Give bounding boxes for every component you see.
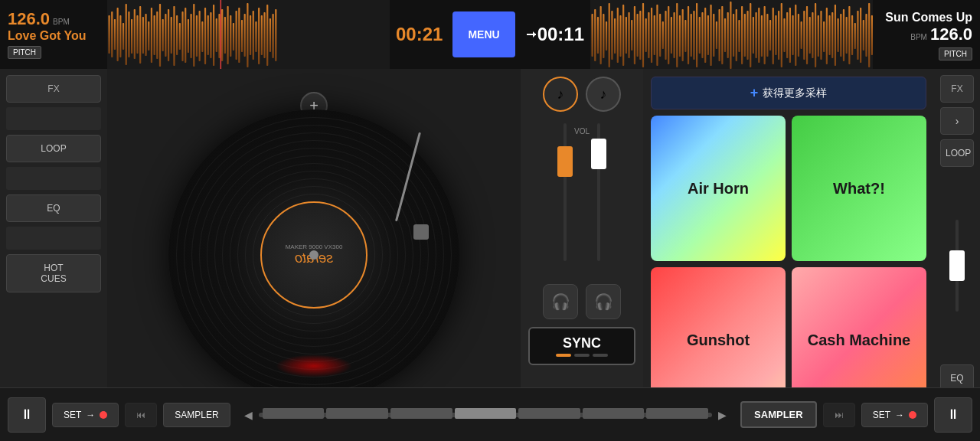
left-waveform[interactable] — [107, 0, 390, 69]
left-time-display: 00:21 — [390, 0, 449, 69]
left-pitch-button[interactable]: PITCH — [8, 46, 41, 59]
crossfader-track[interactable] — [259, 413, 712, 417]
crossfader-right-arrow[interactable]: ▶ — [718, 409, 727, 421]
sample-pad-what[interactable]: What?! — [792, 116, 926, 261]
next-button-right[interactable]: ⏭ — [823, 403, 855, 427]
left-fader-track[interactable] — [564, 123, 567, 261]
svg-rect-105 — [710, 5, 711, 66]
turntable-area: + MAKER 9000 VX300 serato — [107, 69, 521, 441]
svg-rect-63 — [591, 14, 593, 57]
right-fader-track[interactable] — [597, 123, 600, 261]
svg-rect-56 — [266, 5, 268, 66]
sampler-button-right[interactable]: SAMPLER — [740, 401, 817, 428]
right-panel-fader-track[interactable] — [956, 220, 959, 312]
svg-rect-102 — [701, 12, 703, 58]
svg-rect-13 — [145, 14, 146, 56]
pause-button-right[interactable]: ⏸ — [934, 397, 972, 433]
svg-rect-67 — [603, 14, 604, 58]
set-button-left[interactable]: SET → — [52, 403, 119, 427]
svg-rect-149 — [835, 5, 836, 66]
menu-button[interactable]: MENU — [452, 11, 514, 57]
sync-indicator — [556, 354, 608, 357]
left-loop-button[interactable]: LOOP — [6, 135, 101, 162]
sample-pad-air-horn[interactable]: Air Horn — [651, 116, 786, 261]
svg-rect-77 — [631, 20, 632, 51]
svg-rect-89 — [665, 11, 666, 60]
right-headphone-button[interactable]: 🎧 — [586, 284, 621, 319]
svg-rect-104 — [707, 15, 709, 55]
svg-rect-153 — [846, 17, 848, 54]
turntable-glow — [276, 354, 352, 377]
left-eq-button[interactable]: EQ — [6, 194, 101, 222]
svg-rect-23 — [173, 6, 175, 66]
svg-rect-93 — [676, 3, 678, 67]
left-fader-thumb[interactable] — [557, 146, 573, 177]
svg-rect-155 — [851, 15, 853, 55]
svg-rect-98 — [691, 14, 692, 57]
svg-rect-151 — [840, 14, 841, 57]
svg-rect-140 — [809, 17, 811, 54]
svg-rect-85 — [654, 15, 655, 55]
svg-rect-35 — [207, 15, 209, 55]
svg-rect-81 — [642, 3, 644, 67]
turntable-label-top: MAKER 9000 VX300 — [286, 243, 343, 250]
get-more-samples-button[interactable]: + 获得更多采样 — [651, 77, 926, 109]
sampler-button-left[interactable]: SAMPLER — [163, 403, 230, 427]
chevron-right-button[interactable]: › — [940, 107, 974, 135]
right-music-note-button[interactable]: ♪ — [586, 77, 621, 112]
headphone-buttons: 🎧 🎧 — [543, 284, 621, 319]
svg-rect-32 — [199, 11, 201, 61]
sync-button[interactable]: SYNC — [528, 327, 635, 365]
svg-rect-88 — [662, 21, 664, 49]
svg-rect-137 — [801, 21, 802, 49]
prev-button-left[interactable]: ⏮ — [125, 403, 157, 427]
left-eq-slider[interactable] — [6, 227, 101, 250]
svg-marker-62 — [533, 31, 536, 38]
right-pitch-button[interactable]: PITCH — [939, 47, 972, 60]
right-waveform[interactable] — [590, 0, 873, 69]
svg-rect-16 — [154, 15, 155, 55]
svg-rect-107 — [716, 21, 717, 49]
crossfader-seg-7 — [646, 408, 708, 419]
crossfader-left-arrow[interactable]: ◀ — [244, 409, 253, 421]
left-fx-slider[interactable] — [6, 107, 101, 130]
svg-rect-8 — [131, 19, 132, 54]
svg-rect-1 — [111, 11, 113, 57]
crossfader-segments — [263, 411, 708, 419]
right-track-name: Sun Comes Up — [885, 11, 972, 24]
set-button-right[interactable]: SET → — [861, 403, 928, 427]
right-panel-fader-thumb[interactable] — [949, 250, 965, 281]
svg-rect-101 — [699, 17, 701, 54]
svg-rect-99 — [693, 11, 694, 60]
svg-rect-112 — [730, 2, 731, 69]
left-hot-cues: HOT CUES — [6, 254, 101, 292]
svg-rect-127 — [773, 8, 774, 64]
right-fader-thumb[interactable] — [591, 139, 606, 169]
left-track-name: Love Got You — [8, 29, 100, 43]
svg-rect-43 — [230, 15, 231, 57]
left-music-note-button[interactable]: ♪ — [543, 77, 578, 112]
pause-button-left[interactable]: ⏸ — [8, 397, 46, 433]
svg-rect-48 — [244, 14, 246, 57]
svg-rect-75 — [626, 17, 627, 54]
left-fx-button[interactable]: FX — [6, 75, 101, 103]
left-bpm: 126.0 — [8, 11, 50, 28]
left-headphone-button[interactable]: 🎧 — [543, 284, 578, 319]
left-hot-cues-button[interactable]: HOT CUES — [6, 254, 101, 292]
right-loop-button[interactable]: LOOP — [940, 139, 974, 167]
svg-rect-122 — [758, 8, 760, 63]
mixer-panel: ♪ ♪ VOL 🎧 🎧 SYNC — [521, 69, 643, 441]
svg-rect-38 — [216, 18, 217, 52]
svg-rect-139 — [806, 6, 808, 64]
right-fx-button[interactable]: FX — [940, 75, 974, 103]
svg-rect-148 — [831, 12, 833, 58]
svg-rect-58 — [272, 14, 273, 58]
left-loop-slider[interactable] — [6, 167, 101, 190]
svg-rect-83 — [648, 12, 649, 58]
svg-rect-2 — [114, 19, 116, 50]
svg-rect-26 — [181, 11, 183, 61]
sync-dot-2 — [574, 354, 590, 357]
svg-rect-29 — [190, 14, 191, 58]
svg-rect-80 — [639, 11, 641, 60]
svg-rect-94 — [679, 15, 681, 57]
